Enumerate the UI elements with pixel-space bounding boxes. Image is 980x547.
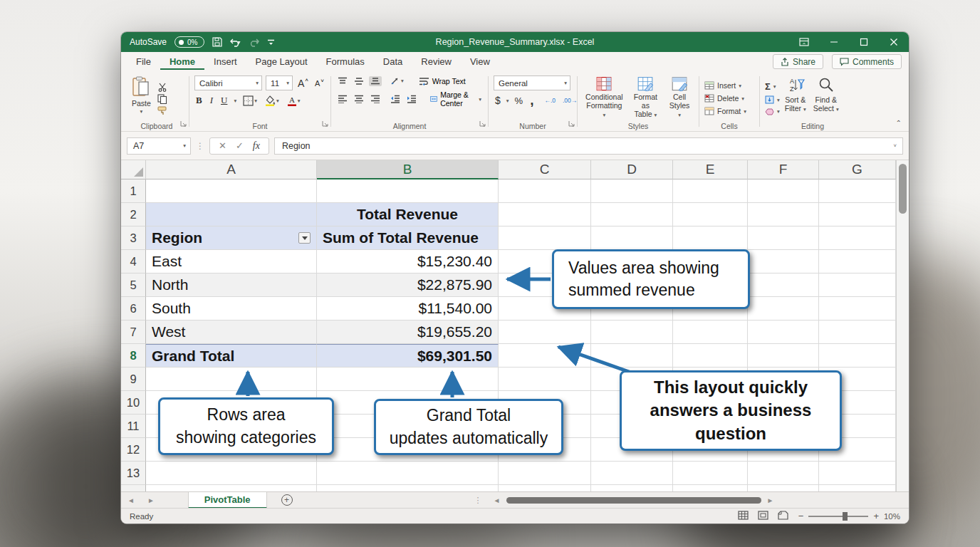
zoom-slider[interactable] — [808, 516, 868, 517]
format-as-table-button[interactable]: Format asTable ▾ — [627, 75, 664, 120]
cell-B2[interactable]: Total Revenue — [317, 203, 499, 226]
format-cells-button[interactable]: Format▾ — [704, 107, 746, 115]
merge-center-button[interactable]: Marge & Center ▾ — [429, 90, 483, 108]
clear-icon[interactable]: ▾ — [765, 108, 780, 115]
autosum-icon[interactable]: Σ▾ — [765, 81, 780, 92]
cell-B6[interactable]: $11,540.00 — [317, 297, 499, 321]
autosave-toggle[interactable]: 0% — [174, 36, 204, 48]
cell-B4[interactable]: $15,230.40 — [317, 250, 499, 274]
cell-B14[interactable] — [317, 485, 499, 491]
tab-page-layout[interactable]: Page Layout — [246, 53, 317, 70]
row-header-14[interactable]: 14 — [121, 485, 146, 491]
row-header-9[interactable]: 9 — [121, 368, 146, 391]
tab-home[interactable]: Home — [160, 53, 204, 70]
horizontal-scrollbar-thumb[interactable] — [506, 497, 761, 504]
cell-B3[interactable]: Sum of Total Revenue — [317, 226, 499, 250]
insert-cells-button[interactable]: Insert▾ — [704, 81, 746, 90]
row-header-8[interactable]: 8 — [121, 344, 146, 368]
cancel-icon[interactable]: ✕ — [219, 140, 226, 151]
formula-bar-expand-icon[interactable]: ˅ — [894, 142, 897, 149]
close-icon[interactable] — [879, 32, 909, 52]
row-header-3[interactable]: 3 — [121, 226, 146, 250]
increase-decimal-icon[interactable]: ←.0 — [543, 96, 557, 105]
conditional-formatting-button[interactable]: ConditionalFormatting ▾ — [583, 75, 626, 120]
region-filter-dropdown-button[interactable] — [298, 232, 311, 244]
alignment-dialog-launcher-icon[interactable] — [479, 117, 486, 130]
font-color-icon[interactable]: A▾ — [286, 95, 302, 107]
sheet-nav-right-icon[interactable]: ► — [141, 496, 161, 504]
redo-icon[interactable]: ▾ — [249, 38, 259, 47]
align-middle-icon[interactable] — [353, 76, 365, 86]
cell-E3[interactable] — [673, 226, 748, 250]
align-right-icon[interactable] — [369, 94, 382, 104]
enter-icon[interactable]: ✓ — [236, 140, 244, 151]
cell-E13[interactable] — [673, 462, 748, 485]
align-bottom-icon[interactable] — [369, 76, 382, 86]
cell-A6[interactable]: South — [146, 297, 317, 321]
comments-button[interactable]: Comments — [832, 54, 902, 69]
cell-E14[interactable] — [673, 485, 748, 491]
cell-B9[interactable] — [317, 368, 499, 391]
wrap-text-button[interactable]: Wrap Text — [417, 76, 467, 86]
add-sheet-icon[interactable]: + — [281, 494, 293, 506]
column-header-E[interactable]: E — [673, 160, 748, 179]
cell-E7[interactable] — [673, 321, 748, 344]
paste-dropdown-icon[interactable]: ▾ — [140, 109, 143, 115]
number-format-select[interactable]: General▾ — [494, 75, 570, 90]
orientation-icon[interactable]: ▾ — [389, 75, 405, 86]
fill-icon[interactable]: ▾ — [765, 95, 780, 104]
cell-C7[interactable] — [499, 321, 591, 344]
vertical-scrollbar[interactable] — [896, 160, 909, 491]
tab-view[interactable]: View — [461, 53, 499, 70]
tab-file[interactable]: File — [127, 53, 160, 70]
undo-dropdown-icon[interactable]: ▾ — [238, 39, 241, 46]
cell-B7[interactable]: $19,655.20 — [317, 321, 499, 344]
cell-F6[interactable] — [748, 297, 819, 321]
find-select-button[interactable]: Find &Select ▾ — [811, 76, 841, 120]
decrease-font-size-icon[interactable]: A˅ — [313, 78, 325, 88]
cell-A8[interactable]: Grand Total — [146, 344, 317, 368]
align-top-icon[interactable] — [336, 76, 349, 86]
sheet-tab-pivottable[interactable]: PivotTable — [188, 492, 267, 509]
cell-A5[interactable]: North — [146, 274, 317, 297]
cell-B5[interactable]: $22,875.90 — [317, 274, 499, 297]
cell-F2[interactable] — [748, 203, 819, 226]
fill-color-icon[interactable]: ▾ — [264, 95, 281, 107]
align-center-icon[interactable] — [353, 94, 365, 104]
cell-C1[interactable] — [499, 179, 591, 203]
cell-D3[interactable] — [591, 226, 673, 250]
tab-insert[interactable]: Insert — [204, 53, 246, 70]
row-header-1[interactable]: 1 — [121, 179, 146, 203]
cell-B8[interactable]: $69,301.50 — [317, 344, 499, 368]
column-header-B[interactable]: B — [317, 160, 499, 179]
paste-button[interactable]: Paste ▾ — [130, 75, 153, 120]
minimize-icon[interactable] — [819, 32, 849, 52]
row-header-11[interactable]: 11 — [121, 415, 146, 438]
align-left-icon[interactable] — [336, 94, 349, 104]
cell-F14[interactable] — [748, 485, 819, 491]
cell-F8[interactable] — [748, 344, 819, 368]
zoom-in-icon[interactable]: + — [873, 511, 879, 521]
undo-icon[interactable]: ▾ — [230, 38, 241, 47]
cell-D7[interactable] — [591, 321, 673, 344]
number-dialog-launcher-icon[interactable] — [568, 117, 575, 130]
cell-E1[interactable] — [673, 179, 748, 203]
scrollbar-resize-handle[interactable]: ⋮ — [474, 496, 482, 505]
cell-E2[interactable] — [673, 203, 748, 226]
cell-G13[interactable] — [819, 462, 896, 485]
zoom-out-icon[interactable]: − — [798, 511, 804, 521]
cell-G3[interactable] — [819, 226, 896, 250]
tab-data[interactable]: Data — [374, 53, 412, 70]
cell-D8[interactable] — [591, 344, 673, 368]
delete-cells-button[interactable]: Delete▾ — [704, 94, 746, 103]
formula-input[interactable]: Region ˅ — [274, 137, 903, 155]
currency-dropdown-icon[interactable]: ▾ — [506, 98, 509, 104]
row-header-2[interactable]: 2 — [121, 203, 146, 226]
font-name-select[interactable]: Calibri▾ — [194, 75, 262, 90]
cell-G1[interactable] — [819, 179, 896, 203]
cell-F13[interactable] — [748, 462, 819, 485]
cell-A13[interactable] — [146, 462, 317, 485]
cell-C3[interactable] — [499, 226, 591, 250]
cell-G5[interactable] — [819, 274, 896, 297]
underline-dropdown-icon[interactable]: ▾ — [234, 98, 236, 104]
